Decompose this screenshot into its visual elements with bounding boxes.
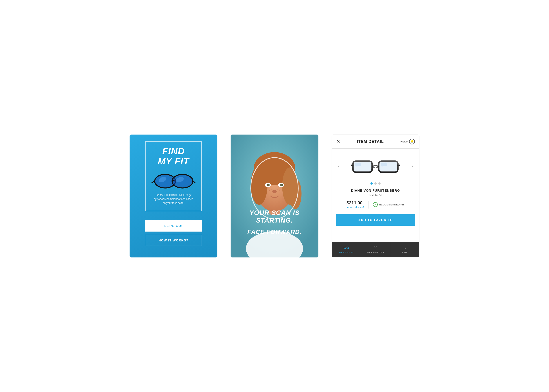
carousel-prev-button[interactable]: ‹ — [336, 163, 341, 169]
svg-rect-26 — [379, 161, 398, 172]
footer-tab-my-results[interactable]: MY RESULTS — [332, 242, 361, 257]
price-row: $211.00 Includes lenses! ✓ RECOMMENDED F… — [336, 200, 415, 209]
how-it-works-button[interactable]: HOW IT WORKS? — [145, 235, 202, 246]
svg-rect-32 — [381, 162, 387, 167]
glasses-image-area — [341, 153, 410, 179]
screen1-buttons: LET'S GO! HOW IT WORKS? — [145, 220, 202, 246]
price-divider — [368, 201, 369, 209]
svg-point-23 — [279, 190, 280, 191]
carousel-next-button[interactable]: › — [410, 163, 415, 169]
recommended-label: RECOMMENDED FIT — [379, 203, 405, 206]
face-photo-background — [231, 134, 318, 258]
carousel-dots — [371, 182, 381, 185]
screen3-help-icon: 💡 — [409, 139, 415, 144]
add-to-favorite-button[interactable]: ADD TO FAVORITE — [336, 214, 415, 226]
svg-point-21 — [270, 190, 270, 191]
svg-line-3 — [193, 181, 195, 183]
svg-point-30 — [376, 167, 378, 168]
my-results-icon — [344, 246, 349, 251]
my-results-label: MY RESULTS — [339, 251, 354, 253]
svg-point-1 — [172, 175, 193, 188]
model-code: DVF5073 — [370, 193, 382, 196]
svg-line-2 — [151, 181, 155, 183]
face-forward-text: FACE FORWARD. — [239, 229, 310, 236]
svg-point-22 — [277, 189, 278, 190]
screen3-help[interactable]: HELP 💡 — [400, 139, 415, 144]
glasses-icon-svg — [344, 246, 349, 249]
screens-container: FIND MY FIT Use the FIT CONCIERG — [129, 134, 420, 258]
check-circle-icon: ✓ — [373, 202, 378, 207]
screen1-title: FIND MY FIT — [158, 146, 189, 166]
svg-rect-25 — [353, 161, 372, 172]
svg-point-16 — [267, 184, 270, 186]
svg-point-19 — [271, 189, 272, 190]
lets-go-button[interactable]: LET'S GO! — [145, 220, 202, 231]
svg-point-34 — [347, 247, 349, 249]
svg-line-37 — [349, 247, 349, 247]
svg-point-33 — [344, 247, 346, 249]
price-includes-lenses: Includes lenses! — [347, 206, 364, 209]
svg-point-17 — [280, 184, 283, 186]
footer-tab-exit[interactable]: → EXIT — [390, 242, 419, 257]
screen3-help-label: HELP — [400, 140, 408, 143]
svg-line-28 — [398, 165, 400, 166]
detail-glasses-image — [351, 155, 400, 177]
recommended-badge: ✓ RECOMMENDED FIT — [373, 202, 405, 207]
footer-tab-my-favorites[interactable]: ♡ MY FAVORITES — [361, 242, 390, 257]
svg-line-36 — [344, 247, 344, 247]
my-favorites-icon: ♡ — [374, 246, 377, 251]
carousel-area: ‹ — [336, 153, 415, 179]
close-button[interactable]: ✕ — [336, 139, 340, 144]
svg-point-13 — [289, 178, 301, 209]
item-detail-title: ITEM DETAIL — [357, 139, 384, 144]
screen3-footer: MY RESULTS ♡ MY FAVORITES → EXIT — [332, 242, 419, 257]
glasses-image — [151, 170, 195, 190]
screen2-scan: HELP 💡 — [231, 134, 318, 258]
scan-starting-text: YOUR SCAN IS STARTING. — [239, 209, 310, 224]
exit-label: EXIT — [402, 251, 407, 253]
exit-icon: → — [403, 246, 407, 251]
price-value: $211.00 — [347, 200, 364, 205]
price-block: $211.00 Includes lenses! — [347, 200, 364, 209]
screen3-item-detail: ✕ ITEM DETAIL HELP 💡 ‹ — [332, 134, 420, 258]
svg-point-29 — [373, 167, 375, 168]
screen1-subtitle: Use the FIT CONCIERGE to get eyewear rec… — [150, 193, 197, 205]
screen3-content: ‹ — [332, 149, 419, 242]
screen1-frame: FIND MY FIT Use the FIT CONCIERG — [145, 141, 202, 211]
person-silhouette — [231, 134, 318, 258]
svg-line-27 — [351, 165, 353, 166]
carousel-dot-3[interactable] — [378, 182, 381, 185]
carousel-dot-2[interactable] — [374, 182, 377, 185]
my-favorites-label: MY FAVORITES — [367, 251, 384, 253]
brand-name: DIANE VON FURSTENBERG — [351, 189, 400, 192]
svg-point-20 — [272, 190, 273, 191]
screen1-find-my-fit: FIND MY FIT Use the FIT CONCIERG — [129, 134, 217, 258]
screen3-header: ✕ ITEM DETAIL HELP 💡 — [332, 135, 419, 149]
carousel-dot-1[interactable] — [371, 182, 373, 185]
screen2-overlay-text: YOUR SCAN IS STARTING. FACE FORWARD. — [231, 209, 318, 236]
svg-rect-31 — [355, 162, 361, 167]
